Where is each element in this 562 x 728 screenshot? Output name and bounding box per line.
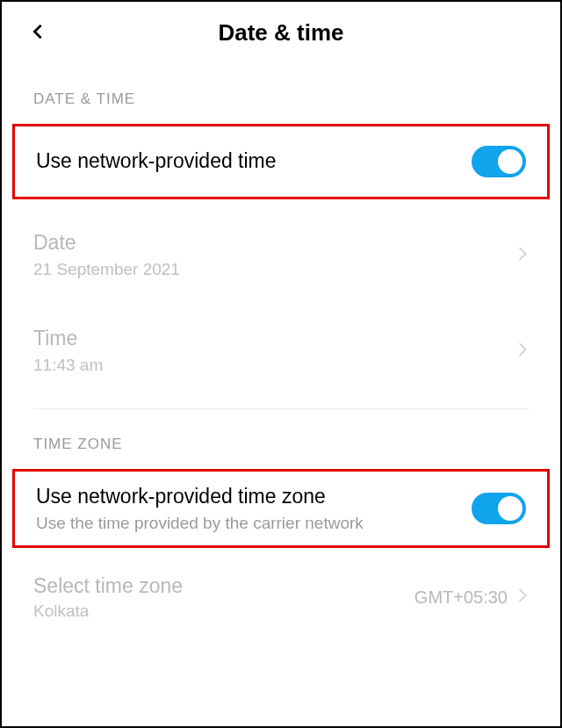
date-label: Date bbox=[33, 231, 516, 255]
time-label: Time bbox=[33, 327, 516, 350]
toggle-knob bbox=[498, 496, 522, 521]
chevron-left-icon bbox=[28, 22, 47, 41]
header: Date & time bbox=[2, 2, 560, 64]
setting-network-time[interactable]: Use network-provided time bbox=[12, 124, 550, 199]
chevron-right-icon bbox=[516, 243, 529, 268]
page-title: Date & time bbox=[28, 19, 534, 47]
section-header-timezone: TIME ZONE bbox=[2, 427, 560, 469]
date-value: 21 September 2021 bbox=[33, 260, 516, 279]
network-time-toggle[interactable] bbox=[472, 146, 526, 177]
select-tz-value: GMT+05:30 bbox=[414, 587, 508, 608]
setting-network-timezone[interactable]: Use network-provided time zone Use the t… bbox=[12, 469, 550, 548]
setting-date[interactable]: Date 21 September 2021 bbox=[2, 215, 560, 295]
chevron-right-icon bbox=[516, 339, 529, 364]
section-header-datetime: DATE & TIME bbox=[2, 64, 560, 124]
chevron-right-icon bbox=[516, 585, 529, 609]
time-value: 11:43 am bbox=[33, 356, 516, 375]
back-button[interactable] bbox=[28, 22, 47, 45]
network-tz-subtitle: Use the time provided by the carrier net… bbox=[36, 514, 472, 533]
setting-time[interactable]: Time 11:43 am bbox=[2, 311, 560, 391]
network-tz-toggle[interactable] bbox=[472, 493, 526, 524]
network-tz-label: Use network-provided time zone bbox=[36, 484, 472, 510]
select-tz-city: Kolkata bbox=[33, 602, 414, 621]
network-time-label: Use network-provided time bbox=[36, 148, 472, 175]
divider bbox=[33, 408, 529, 409]
setting-select-timezone[interactable]: Select time zone Kolkata GMT+05:30 bbox=[2, 559, 560, 621]
toggle-knob bbox=[498, 149, 522, 174]
select-tz-label: Select time zone bbox=[33, 574, 414, 598]
